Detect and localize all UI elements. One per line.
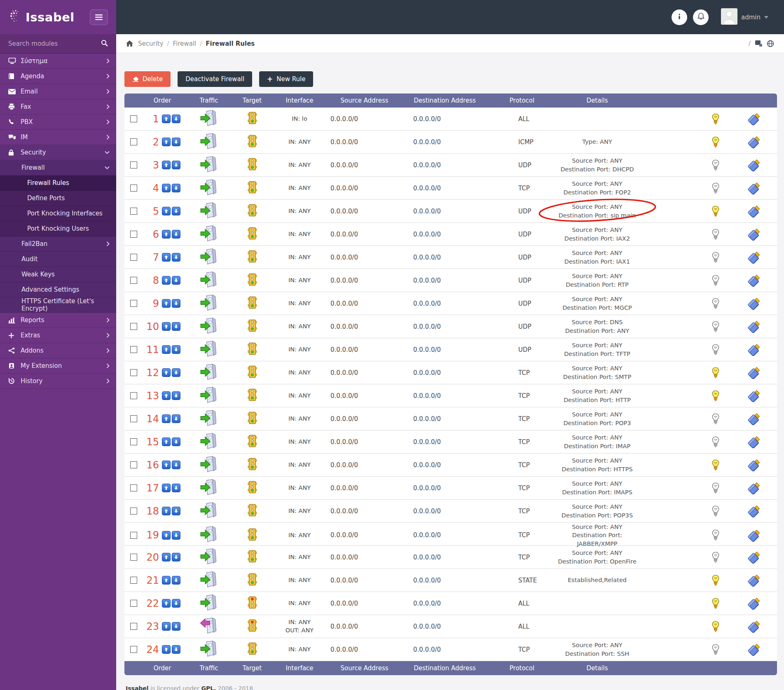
rule-disabled-bulb-icon[interactable] bbox=[711, 229, 720, 240]
edit-rule-icon[interactable] bbox=[748, 597, 761, 610]
rule-order-number[interactable]: 17 bbox=[145, 482, 159, 494]
rule-disabled-bulb-icon[interactable] bbox=[711, 529, 720, 541]
sidebar-item-fail2ban[interactable]: Fail2Ban bbox=[0, 236, 116, 252]
move-down-button[interactable] bbox=[172, 414, 180, 423]
move-up-button[interactable] bbox=[162, 622, 171, 631]
rule-disabled-bulb-icon[interactable] bbox=[711, 252, 720, 263]
rule-order-number[interactable]: 12 bbox=[145, 367, 159, 379]
rule-checkbox[interactable] bbox=[130, 254, 137, 261]
move-down-button[interactable] bbox=[172, 461, 180, 469]
rule-enabled-bulb-icon[interactable] bbox=[711, 206, 720, 217]
edit-rule-icon[interactable] bbox=[748, 412, 761, 425]
delete-button[interactable]: Delete bbox=[124, 71, 171, 87]
move-down-button[interactable] bbox=[172, 184, 180, 192]
notifications-button[interactable] bbox=[693, 9, 709, 25]
move-up-button[interactable] bbox=[162, 184, 171, 192]
rule-enabled-bulb-icon[interactable] bbox=[711, 459, 720, 471]
move-up-button[interactable] bbox=[162, 531, 171, 540]
rule-disabled-bulb-icon[interactable] bbox=[711, 413, 720, 425]
rule-checkbox[interactable] bbox=[130, 461, 137, 468]
rule-order-number[interactable]: 22 bbox=[145, 598, 159, 609]
rule-order-number[interactable]: 2 bbox=[145, 136, 159, 148]
rule-order-number[interactable]: 23 bbox=[145, 621, 159, 632]
move-up-button[interactable] bbox=[162, 553, 171, 561]
edit-rule-icon[interactable] bbox=[748, 435, 761, 448]
rule-checkbox[interactable] bbox=[130, 208, 137, 215]
rule-checkbox[interactable] bbox=[130, 138, 137, 145]
edit-rule-icon[interactable] bbox=[748, 274, 761, 287]
move-up-button[interactable] bbox=[162, 484, 171, 492]
move-up-button[interactable] bbox=[162, 299, 171, 308]
footer-gpl[interactable]: GPL. bbox=[201, 685, 216, 690]
edit-rule-icon[interactable] bbox=[748, 574, 761, 587]
sidebar-item-port-knocking-interfaces[interactable]: Port Knocking Interfaces bbox=[0, 206, 116, 221]
rule-disabled-bulb-icon[interactable] bbox=[711, 298, 720, 309]
sidebar-item-my-extension[interactable]: My Extension bbox=[0, 358, 116, 374]
rule-order-number[interactable]: 9 bbox=[145, 298, 159, 309]
move-up-button[interactable] bbox=[162, 368, 171, 377]
panel-mode-icon[interactable] bbox=[755, 40, 763, 47]
rule-checkbox[interactable] bbox=[130, 277, 137, 284]
move-down-button[interactable] bbox=[172, 368, 180, 377]
rule-checkbox[interactable] bbox=[130, 646, 137, 653]
edit-rule-icon[interactable] bbox=[748, 458, 761, 471]
breadcrumb-security[interactable]: Security bbox=[138, 40, 164, 47]
move-down-button[interactable] bbox=[172, 276, 180, 285]
language-globe-icon[interactable] bbox=[767, 40, 774, 47]
sidebar-item-fax[interactable]: Fax bbox=[0, 99, 116, 115]
rule-enabled-bulb-icon[interactable] bbox=[711, 621, 720, 632]
rule-order-number[interactable]: 16 bbox=[145, 459, 159, 471]
edit-rule-icon[interactable] bbox=[748, 551, 761, 564]
edit-rule-icon[interactable] bbox=[748, 620, 761, 633]
move-up-button[interactable] bbox=[162, 161, 171, 169]
move-down-button[interactable] bbox=[172, 253, 180, 262]
sidebar-item-security[interactable]: Security bbox=[0, 145, 116, 160]
breadcrumb-firewall[interactable]: Firewall bbox=[173, 40, 197, 47]
rule-checkbox[interactable] bbox=[130, 346, 137, 353]
move-down-button[interactable] bbox=[172, 645, 180, 654]
move-down-button[interactable] bbox=[172, 507, 180, 515]
rule-checkbox[interactable] bbox=[130, 161, 137, 168]
info-button[interactable] bbox=[672, 9, 687, 25]
rule-order-number[interactable]: 19 bbox=[145, 529, 159, 541]
move-down-button[interactable] bbox=[172, 345, 180, 354]
rule-disabled-bulb-icon[interactable] bbox=[711, 344, 720, 356]
rule-checkbox[interactable] bbox=[130, 532, 137, 539]
move-up-button[interactable] bbox=[162, 322, 171, 331]
move-up-button[interactable] bbox=[162, 576, 171, 585]
rule-order-number[interactable]: 6 bbox=[145, 229, 159, 240]
rule-checkbox[interactable] bbox=[130, 577, 137, 584]
move-down-button[interactable] bbox=[172, 484, 180, 492]
sidebar-item-pbx[interactable]: PBX bbox=[0, 115, 116, 130]
move-up-button[interactable] bbox=[162, 230, 171, 239]
edit-rule-icon[interactable] bbox=[748, 297, 761, 310]
move-up-button[interactable] bbox=[162, 207, 171, 215]
move-down-button[interactable] bbox=[172, 553, 180, 561]
move-up-button[interactable] bbox=[162, 437, 171, 446]
move-down-button[interactable] bbox=[172, 531, 180, 540]
user-menu[interactable]: admin bbox=[721, 8, 768, 26]
rule-checkbox[interactable] bbox=[130, 554, 137, 561]
move-up-button[interactable] bbox=[162, 391, 171, 400]
rule-enabled-bulb-icon[interactable] bbox=[711, 367, 720, 379]
sidebar-item-history[interactable]: History bbox=[0, 374, 116, 389]
new-rule-button[interactable]: + New Rule bbox=[259, 71, 313, 87]
move-down-button[interactable] bbox=[172, 299, 180, 308]
move-down-button[interactable] bbox=[172, 391, 180, 400]
rule-disabled-bulb-icon[interactable] bbox=[711, 552, 720, 563]
rule-order-number[interactable]: 24 bbox=[145, 644, 159, 655]
edit-rule-icon[interactable] bbox=[748, 389, 761, 402]
sidebar-item-audit[interactable]: Audit bbox=[0, 252, 116, 267]
sidebar-item-agenda[interactable]: Agenda bbox=[0, 69, 116, 84]
move-up-button[interactable] bbox=[162, 414, 171, 423]
rule-order-number[interactable]: 1 bbox=[145, 113, 159, 125]
sidebar-item-im[interactable]: IM bbox=[0, 130, 116, 145]
home-icon[interactable] bbox=[126, 40, 133, 47]
rule-checkbox[interactable] bbox=[130, 369, 137, 376]
rule-order-number[interactable]: 8 bbox=[145, 275, 159, 286]
sidebar-item-email[interactable]: Email bbox=[0, 84, 116, 99]
rule-checkbox[interactable] bbox=[130, 115, 137, 122]
move-up-button[interactable] bbox=[162, 345, 171, 354]
rule-disabled-bulb-icon[interactable] bbox=[711, 159, 720, 171]
rule-checkbox[interactable] bbox=[130, 231, 137, 238]
